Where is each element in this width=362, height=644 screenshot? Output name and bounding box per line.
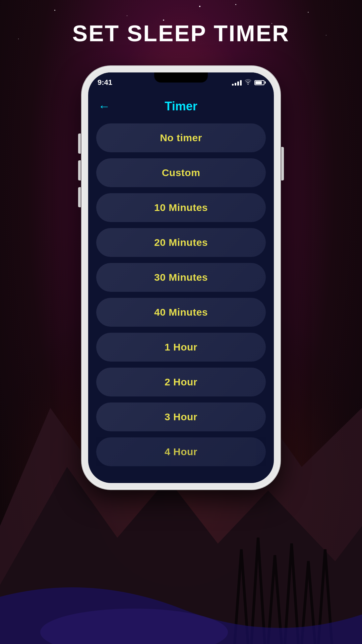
timer-option-3-hour[interactable]: 3 Hour [96,402,266,431]
timer-option-40-minutes[interactable]: 40 Minutes [96,298,266,327]
timer-option-label: No timer [160,132,202,144]
timer-option-custom[interactable]: Custom [96,158,266,187]
notch [154,72,208,83]
signal-icon [232,79,242,86]
phone-screen: 9:41 [88,72,274,483]
timer-option-label: 2 Hour [165,376,197,388]
status-time: 9:41 [98,78,112,87]
app-content: ← Timer No timer Custom 10 Minutes [88,93,274,483]
timer-option-label: 40 Minutes [154,307,208,318]
back-button[interactable]: ← [98,99,110,113]
status-icons [232,79,264,87]
timer-option-label: Custom [162,167,200,178]
header-title: Timer [165,99,197,113]
timer-option-30-minutes[interactable]: 30 Minutes [96,263,266,292]
timer-option-1-hour[interactable]: 1 Hour [96,333,266,362]
header: ← Timer [88,93,274,120]
phone-frame: 9:41 [82,66,280,489]
timer-list[interactable]: No timer Custom 10 Minutes 20 Minutes 30… [88,120,274,483]
page-title: SET SLEEP TIMER [72,20,290,46]
battery-icon [254,80,264,85]
phone-bezel: 9:41 [82,66,280,489]
timer-option-label: 30 Minutes [154,272,208,283]
timer-option-label: 10 Minutes [154,202,208,213]
timer-option-2-hour[interactable]: 2 Hour [96,368,266,396]
timer-option-no-timer[interactable]: No timer [96,123,266,152]
timer-option-label: 3 Hour [165,411,197,423]
wifi-icon [244,79,252,87]
timer-option-20-minutes[interactable]: 20 Minutes [96,228,266,257]
timer-option-10-minutes[interactable]: 10 Minutes [96,193,266,222]
timer-option-label: 4 Hour [165,446,197,458]
timer-option-label: 1 Hour [165,341,197,353]
status-bar: 9:41 [88,72,274,93]
timer-option-label: 20 Minutes [154,237,208,248]
timer-option-4-hour[interactable]: 4 Hour [96,437,266,466]
